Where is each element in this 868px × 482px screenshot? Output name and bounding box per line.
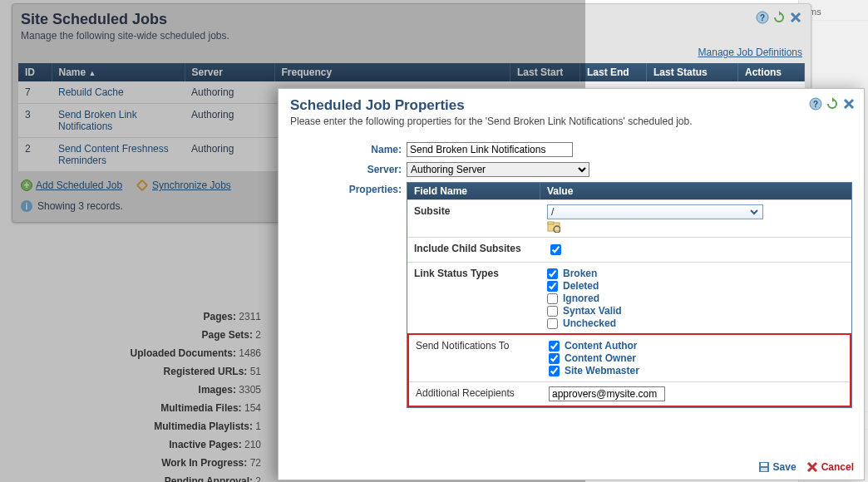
disk-icon (758, 461, 770, 473)
link-status-checkbox[interactable] (547, 268, 558, 279)
browse-subsite-icon[interactable] (547, 219, 845, 233)
properties-label: Properties: (290, 182, 407, 195)
records-text: Showing 3 records. (37, 200, 123, 212)
link-status-option: Deleted (563, 280, 599, 292)
panel-subtitle: Manage the following site-wide scheduled… (21, 30, 802, 42)
svg-rect-8 (761, 463, 767, 466)
svg-text:?: ? (760, 13, 765, 22)
link-status-option: Ignored (563, 293, 599, 304)
refresh-icon[interactable] (772, 11, 786, 24)
close-icon[interactable] (842, 97, 856, 111)
link-status-checkbox[interactable] (547, 281, 558, 292)
prop-col-value: Value (540, 183, 851, 199)
cancel-button[interactable]: Cancel (806, 461, 854, 473)
link-status-option: Syntax Valid (563, 305, 622, 317)
manage-definitions-link[interactable]: Manage Job Definitions (698, 47, 802, 58)
col-last-start[interactable]: Last Start (510, 63, 580, 81)
col-last-status[interactable]: Last Status (647, 63, 738, 81)
job-properties-dialog: ? Scheduled Job Properties Please enter … (278, 88, 865, 480)
add-scheduled-job-link[interactable]: Add Scheduled Job (36, 180, 122, 191)
subsite-select[interactable]: / (547, 204, 763, 219)
help-icon[interactable]: ? (756, 11, 769, 24)
dialog-title: Scheduled Job Properties (290, 97, 852, 114)
notify-option: Content Owner (565, 352, 636, 364)
close-icon[interactable] (789, 11, 802, 24)
col-last-end[interactable]: Last End (580, 63, 647, 81)
additional-recipients-input[interactable] (549, 386, 665, 401)
notify-option: Content Author (565, 340, 638, 352)
prop-col-field: Field Name (407, 183, 540, 199)
notify-checkbox[interactable] (549, 353, 560, 364)
link-status-checkbox[interactable] (547, 306, 558, 317)
refresh-icon[interactable] (826, 97, 839, 111)
add-icon: + (21, 180, 32, 191)
include-child-checkbox[interactable] (550, 244, 561, 255)
info-icon: i (21, 200, 32, 212)
col-id[interactable]: ID (18, 63, 52, 81)
col-name[interactable]: Name ▲ (52, 63, 185, 81)
synchronize-jobs-link[interactable]: Synchronize Jobs (152, 180, 231, 191)
svg-rect-9 (761, 468, 767, 471)
notify-label: Send Notifications To (409, 335, 542, 381)
svg-rect-5 (548, 222, 554, 224)
subsite-label: Subsite (407, 200, 540, 237)
col-server[interactable]: Server (185, 63, 274, 81)
job-name-input[interactable] (407, 142, 573, 157)
save-button[interactable]: Save (758, 461, 796, 473)
link-status-label: Link Status Types (407, 263, 540, 334)
link-status-checkbox[interactable] (547, 293, 558, 304)
panel-title: Site Scheduled Jobs (21, 11, 802, 28)
name-label: Name: (290, 142, 407, 155)
chevron-down-icon (749, 207, 759, 217)
notify-checkbox[interactable] (549, 341, 560, 352)
server-label: Server: (290, 162, 407, 175)
link-status-option: Unchecked (563, 317, 616, 329)
sync-icon (136, 179, 149, 192)
notify-checkbox[interactable] (549, 366, 560, 376)
col-frequency[interactable]: Frequency (274, 63, 510, 81)
help-icon[interactable]: ? (809, 97, 822, 111)
additional-label: Additional Receipients (409, 382, 542, 406)
include-child-label: Include Child Subsites (407, 238, 540, 262)
server-select[interactable]: Authoring Server (407, 162, 589, 177)
x-icon (806, 461, 818, 473)
svg-text:?: ? (813, 100, 818, 109)
col-actions[interactable]: Actions (738, 63, 805, 81)
site-stats: Pages: 2311Page Sets: 2Uploaded Document… (131, 307, 261, 482)
link-status-option: Broken (563, 268, 597, 279)
notify-option: Site Webmaster (565, 365, 639, 376)
link-status-checkbox[interactable] (547, 318, 558, 329)
dialog-subtitle: Please enter the following properties fo… (290, 116, 852, 127)
